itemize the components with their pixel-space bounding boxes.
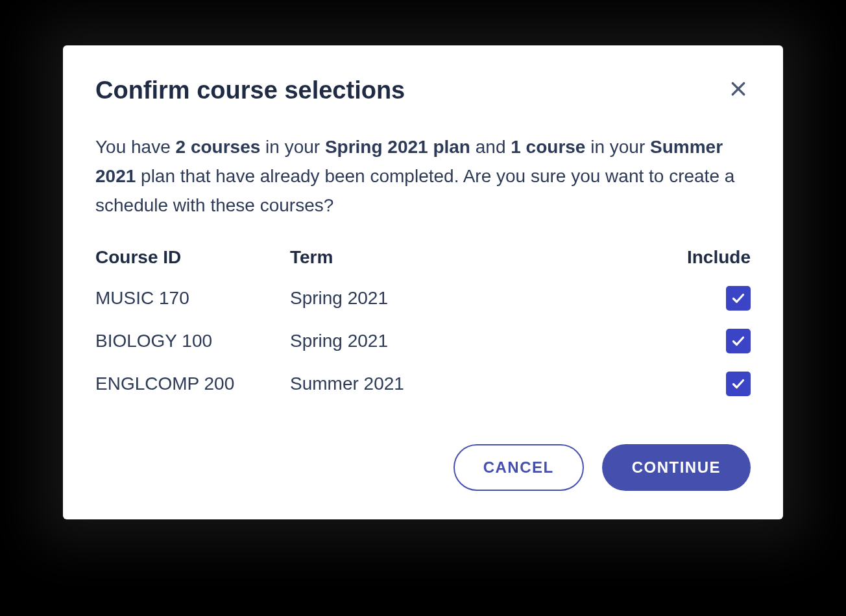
- check-icon: [731, 376, 746, 392]
- cell-course-id: MUSIC 170: [95, 288, 290, 309]
- cell-course-id: BIOLOGY 100: [95, 331, 290, 351]
- cancel-button[interactable]: CANCEL: [453, 444, 584, 491]
- check-icon: [731, 333, 746, 349]
- cell-course-id: ENGLCOMP 200: [95, 373, 290, 394]
- dialog-title: Confirm course selections: [95, 77, 405, 104]
- desc-text: plan that have already been completed. A…: [95, 166, 734, 215]
- table-header-row: Course ID Term Include: [95, 238, 751, 277]
- desc-text: and: [470, 137, 511, 157]
- close-icon: [729, 79, 748, 99]
- include-checkbox[interactable]: [726, 286, 751, 311]
- continue-button[interactable]: CONTINUE: [602, 444, 751, 491]
- course-table: Course ID Term Include MUSIC 170 Spring …: [95, 238, 751, 405]
- desc-text: in your: [585, 137, 650, 157]
- col-header-term: Term: [290, 247, 673, 268]
- include-checkbox[interactable]: [726, 329, 751, 353]
- cell-include: [673, 329, 751, 353]
- table-row: ENGLCOMP 200 Summer 2021: [95, 362, 751, 405]
- cell-term: Spring 2021: [290, 288, 673, 309]
- confirm-dialog: Confirm course selections You have 2 cou…: [63, 45, 783, 519]
- desc-bold: Spring 2021 plan: [325, 137, 470, 157]
- dialog-description: You have 2 courses in your Spring 2021 p…: [95, 133, 751, 220]
- desc-text: You have: [95, 137, 176, 157]
- cell-term: Summer 2021: [290, 373, 673, 394]
- cell-include: [673, 286, 751, 311]
- dialog-actions: CANCEL CONTINUE: [95, 444, 751, 491]
- close-button[interactable]: [726, 77, 751, 101]
- desc-bold: 2 courses: [176, 137, 261, 157]
- desc-bold: 1 course: [511, 137, 585, 157]
- cell-include: [673, 372, 751, 396]
- check-icon: [731, 290, 746, 306]
- col-header-course-id: Course ID: [95, 247, 290, 268]
- col-header-include: Include: [673, 247, 751, 268]
- table-row: BIOLOGY 100 Spring 2021: [95, 320, 751, 362]
- table-row: MUSIC 170 Spring 2021: [95, 277, 751, 320]
- include-checkbox[interactable]: [726, 372, 751, 396]
- dialog-header: Confirm course selections: [95, 77, 751, 104]
- desc-text: in your: [260, 137, 325, 157]
- cell-term: Spring 2021: [290, 331, 673, 351]
